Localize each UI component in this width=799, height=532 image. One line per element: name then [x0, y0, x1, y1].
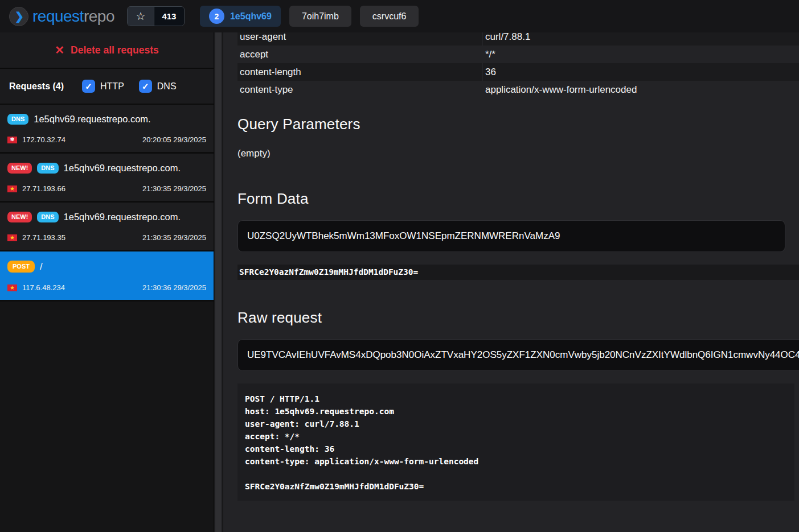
- form-data-heading: Form Data: [237, 190, 799, 208]
- flag-icon-vietnam: ★: [7, 284, 17, 291]
- filter-dns[interactable]: ✓ DNS: [139, 80, 177, 93]
- tab-label: csrvcuf6: [372, 11, 407, 22]
- request-title: 1e5qhv69.requestrepo.com.: [64, 163, 181, 174]
- protocol-filters: ✓ HTTP ✓ DNS: [82, 80, 177, 93]
- check-icon: ✓: [85, 82, 92, 90]
- vertical-scrollbar-thumb[interactable]: [215, 32, 222, 532]
- logo-circle-icon: ❯: [9, 7, 28, 26]
- http-checkbox[interactable]: ✓: [82, 80, 95, 93]
- raw-request-heading: Raw request: [237, 309, 799, 327]
- query-parameters-heading: Query Parameters: [237, 116, 799, 133]
- request-item-meta: ★ 117.6.48.234 21:30:36 29/3/2025: [7, 283, 206, 292]
- brand-part-request: request: [32, 7, 84, 25]
- tab-unread-badge: 2: [209, 9, 224, 24]
- dns-badge: DNS: [7, 114, 28, 125]
- star-count: 413: [154, 7, 184, 26]
- request-list-item[interactable]: DNS 1e5qhv69.requestrepo.com. ✽ 172.70.3…: [0, 105, 214, 154]
- vertical-scrollbar-track: [214, 32, 223, 532]
- request-timestamp: 20:20:05 29/3/2025: [142, 135, 206, 144]
- brand-title: requestrepo: [32, 7, 114, 26]
- request-item-meta: ★ 27.71.193.35 21:30:35 29/3/2025: [7, 233, 206, 242]
- header-value: application/x-www-form-urlencoded: [483, 84, 799, 96]
- dns-badge: DNS: [37, 163, 58, 174]
- header-key: accept: [237, 46, 483, 63]
- table-row: user-agent curl/7.88.1: [237, 32, 799, 46]
- new-badge: NEW!: [7, 212, 32, 222]
- request-title: 1e5qhv69.requestrepo.com.: [64, 212, 181, 222]
- request-item-header: DNS 1e5qhv69.requestrepo.com.: [7, 114, 206, 125]
- post-badge: POST: [7, 261, 35, 273]
- new-badge: NEW!: [7, 163, 32, 174]
- request-item-meta: ★ 27.71.193.66 21:30:35 29/3/2025: [7, 184, 206, 193]
- header-value: curl/7.88.1: [483, 32, 799, 43]
- request-list-item[interactable]: NEW! DNS 1e5qhv69.requestrepo.com. ★ 27.…: [0, 154, 214, 203]
- requests-filter-bar: Requests (4) ✓ HTTP ✓ DNS: [0, 69, 214, 105]
- github-star-button[interactable]: ☆ 413: [127, 6, 185, 26]
- form-data-decoded-value: SFRCe2Y0azNfZmw0Z19mMHJfdDM1dDFuZ30=: [237, 265, 799, 280]
- close-icon: ✕: [55, 44, 64, 56]
- header-key: content-type: [237, 81, 483, 98]
- source-ip: 172.70.32.74: [22, 135, 65, 144]
- dns-badge: DNS: [37, 212, 58, 222]
- request-timestamp: 21:30:35 29/3/2025: [142, 184, 206, 193]
- header-value: */*: [483, 49, 799, 60]
- request-item-header: NEW! DNS 1e5qhv69.requestrepo.com.: [7, 212, 206, 222]
- request-list-item-selected[interactable]: POST / ★ 117.6.48.234 21:30:36 29/3/2025: [0, 251, 214, 302]
- header-value: 36: [483, 67, 799, 78]
- form-data-input[interactable]: [237, 220, 785, 252]
- http-headers-table: user-agent curl/7.88.1 accept */* conten…: [237, 32, 799, 98]
- chevron-right-icon: ❯: [15, 11, 24, 22]
- brand-part-repo: repo: [84, 7, 114, 25]
- header-key: content-length: [237, 63, 483, 81]
- request-title: /: [40, 261, 43, 272]
- query-parameters-empty-label: (empty): [237, 148, 799, 159]
- request-item-header: NEW! DNS 1e5qhv69.requestrepo.com.: [7, 163, 206, 174]
- request-item-header: POST /: [7, 261, 206, 273]
- flag-icon-hong-kong: ✽: [7, 137, 17, 143]
- source-ip: 27.71.193.35: [22, 233, 65, 242]
- table-row: accept */*: [237, 46, 799, 63]
- filter-http[interactable]: ✓ HTTP: [82, 80, 124, 93]
- raw-request-base64-input[interactable]: [237, 339, 799, 371]
- header-key: user-agent: [237, 32, 483, 46]
- tab-1e5qhv69[interactable]: 2 1e5qhv69: [200, 6, 281, 27]
- tab-label: 1e5qhv69: [230, 11, 272, 22]
- delete-all-requests-button[interactable]: ✕ Delete all requests: [0, 32, 214, 69]
- request-list-item[interactable]: NEW! DNS 1e5qhv69.requestrepo.com. ★ 27.…: [0, 203, 214, 251]
- request-title: 1e5qhv69.requestrepo.com.: [34, 114, 150, 125]
- requests-sidebar: ✕ Delete all requests Requests (4) ✓ HTT…: [0, 32, 214, 532]
- dns-checkbox[interactable]: ✓: [139, 80, 152, 93]
- dns-filter-label: DNS: [157, 81, 177, 92]
- flag-icon-vietnam: ★: [7, 234, 17, 241]
- table-row: content-length 36: [237, 63, 799, 81]
- session-tabs: 2 1e5qhv69 7oih7imb csrvcuf6: [200, 6, 419, 27]
- tab-7oih7imb[interactable]: 7oih7imb: [289, 6, 351, 27]
- top-bar: ❯ requestrepo ☆ 413 2 1e5qhv69 7oih7imb …: [0, 0, 799, 32]
- star-icon: ☆: [136, 11, 145, 22]
- http-filter-label: HTTP: [100, 81, 124, 92]
- delete-all-label: Delete all requests: [71, 44, 159, 56]
- request-details-panel: user-agent curl/7.88.1 accept */* conten…: [223, 32, 799, 532]
- source-ip: 27.71.193.66: [22, 184, 65, 193]
- request-timestamp: 21:30:36 29/3/2025: [142, 283, 206, 292]
- star-button-segment[interactable]: ☆: [128, 7, 154, 26]
- flag-icon-vietnam: ★: [7, 185, 17, 192]
- tab-csrvcuf6[interactable]: csrvcuf6: [360, 6, 419, 27]
- request-item-meta: ✽ 172.70.32.74 20:20:05 29/3/2025: [7, 135, 206, 144]
- table-row: content-type application/x-www-form-urle…: [237, 81, 799, 98]
- requests-count-label: Requests (4): [9, 81, 64, 92]
- request-timestamp: 21:30:35 29/3/2025: [142, 233, 206, 242]
- tab-label: 7oih7imb: [302, 11, 339, 22]
- check-icon: ✓: [142, 82, 149, 90]
- app-logo[interactable]: ❯ requestrepo: [9, 7, 114, 26]
- source-ip: 117.6.48.234: [22, 283, 65, 292]
- raw-request-code-block: POST / HTTP/1.1 host: 1e5qhv69.requestre…: [237, 383, 794, 501]
